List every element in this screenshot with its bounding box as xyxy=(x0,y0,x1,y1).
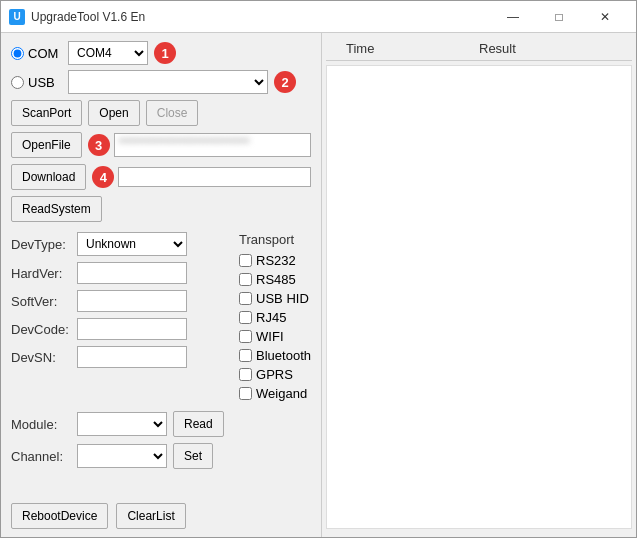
devcode-label: DevCode: xyxy=(11,322,71,337)
usb-radio[interactable] xyxy=(11,76,24,89)
wifi-label: WIFI xyxy=(256,329,283,344)
com-usb-area: COM COM4 1 USB 2 xyxy=(11,41,311,94)
hardver-input[interactable] xyxy=(77,262,187,284)
bluetooth-label: Bluetooth xyxy=(256,348,311,363)
weigand-label: Weigand xyxy=(256,386,307,401)
com-select[interactable]: COM4 xyxy=(68,41,148,65)
transport-gprs: GPRS xyxy=(239,367,311,382)
com-radio[interactable] xyxy=(11,47,24,60)
openfile-row: OpenFile 3 •••••••••••••••••••••••••••••… xyxy=(11,132,311,158)
transport-usbhid: USB HID xyxy=(239,291,311,306)
transport-rs232: RS232 xyxy=(239,253,311,268)
open-button[interactable]: Open xyxy=(88,100,139,126)
rj45-checkbox[interactable] xyxy=(239,311,252,324)
devsn-row: DevSN: xyxy=(11,346,229,368)
gprs-checkbox[interactable] xyxy=(239,368,252,381)
close-button[interactable]: ✕ xyxy=(582,1,628,33)
clear-list-button[interactable]: ClearList xyxy=(116,503,185,529)
minimize-button[interactable]: — xyxy=(490,1,536,33)
right-panel: Time Result xyxy=(321,33,636,537)
file-path-display: •••••••••••••••••••••••••••••••••• xyxy=(114,133,311,157)
bottom-buttons: RebootDevice ClearList xyxy=(11,495,311,529)
transport-rs485: RS485 xyxy=(239,272,311,287)
info-transport-row: DevType: Unknown HardVer: SoftVer: xyxy=(11,232,311,401)
scan-port-button[interactable]: ScanPort xyxy=(11,100,82,126)
module-label: Module: xyxy=(11,417,71,432)
usbhid-checkbox[interactable] xyxy=(239,292,252,305)
transport-rj45: RJ45 xyxy=(239,310,311,325)
transport-bluetooth: Bluetooth xyxy=(239,348,311,363)
usb-label: USB xyxy=(28,75,64,90)
download-row: Download 4 xyxy=(11,164,311,190)
rs485-label: RS485 xyxy=(256,272,296,287)
module-select[interactable] xyxy=(77,412,167,436)
module-row: Module: Read xyxy=(11,411,311,437)
devtype-row: DevType: Unknown xyxy=(11,232,229,256)
time-column-header: Time xyxy=(346,41,479,56)
result-column-header: Result xyxy=(479,41,612,56)
title-bar: U UpgradeTool V1.6 En — □ ✕ xyxy=(1,1,636,33)
rs485-checkbox[interactable] xyxy=(239,273,252,286)
devsn-label: DevSN: xyxy=(11,350,71,365)
devsn-input[interactable] xyxy=(77,346,187,368)
usb-row: USB 2 xyxy=(11,70,311,94)
readsystem-button[interactable]: ReadSystem xyxy=(11,196,102,222)
transport-title: Transport xyxy=(239,232,311,247)
scan-open-row: ScanPort Open Close xyxy=(11,100,311,126)
hardver-label: HardVer: xyxy=(11,266,71,281)
right-panel-header: Time Result xyxy=(326,37,632,61)
left-panel: COM COM4 1 USB 2 ScanPort Open xyxy=(1,33,321,537)
bluetooth-checkbox[interactable] xyxy=(239,349,252,362)
info-section: DevType: Unknown HardVer: SoftVer: xyxy=(11,232,229,401)
progress-bar xyxy=(118,167,311,187)
softver-input[interactable] xyxy=(77,290,187,312)
softver-row: SoftVer: xyxy=(11,290,229,312)
openfile-button[interactable]: OpenFile xyxy=(11,132,82,158)
readsystem-row: ReadSystem xyxy=(11,196,311,222)
devtype-label: DevType: xyxy=(11,237,71,252)
devcode-input[interactable] xyxy=(77,318,187,340)
usbhid-label: USB HID xyxy=(256,291,309,306)
main-content: COM COM4 1 USB 2 ScanPort Open xyxy=(1,33,636,537)
channel-select[interactable] xyxy=(77,444,167,468)
main-window: U UpgradeTool V1.6 En — □ ✕ COM COM4 1 xyxy=(0,0,637,538)
badge-2: 2 xyxy=(274,71,296,93)
gprs-label: GPRS xyxy=(256,367,293,382)
usb-select[interactable] xyxy=(68,70,268,94)
wifi-checkbox[interactable] xyxy=(239,330,252,343)
reboot-device-button[interactable]: RebootDevice xyxy=(11,503,108,529)
channel-label: Channel: xyxy=(11,449,71,464)
close-button-port[interactable]: Close xyxy=(146,100,199,126)
read-button[interactable]: Read xyxy=(173,411,224,437)
transport-wifi: WIFI xyxy=(239,329,311,344)
download-button[interactable]: Download xyxy=(11,164,86,190)
maximize-button[interactable]: □ xyxy=(536,1,582,33)
rs232-checkbox[interactable] xyxy=(239,254,252,267)
transport-weigand: Weigand xyxy=(239,386,311,401)
module-channel-section: Module: Read Channel: Set xyxy=(11,411,311,469)
badge-4: 4 xyxy=(92,166,114,188)
badge-3: 3 xyxy=(88,134,110,156)
softver-label: SoftVer: xyxy=(11,294,71,309)
app-icon: U xyxy=(9,9,25,25)
devtype-select[interactable]: Unknown xyxy=(77,232,187,256)
log-area xyxy=(326,65,632,529)
title-bar-text: UpgradeTool V1.6 En xyxy=(31,10,490,24)
set-button[interactable]: Set xyxy=(173,443,213,469)
title-bar-controls: — □ ✕ xyxy=(490,1,628,33)
com-row: COM COM4 1 xyxy=(11,41,311,65)
badge-1: 1 xyxy=(154,42,176,64)
hardver-row: HardVer: xyxy=(11,262,229,284)
com-label: COM xyxy=(28,46,64,61)
rj45-label: RJ45 xyxy=(256,310,286,325)
rs232-label: RS232 xyxy=(256,253,296,268)
transport-section: Transport RS232 RS485 USB HID xyxy=(239,232,311,401)
devcode-row: DevCode: xyxy=(11,318,229,340)
channel-row: Channel: Set xyxy=(11,443,311,469)
weigand-checkbox[interactable] xyxy=(239,387,252,400)
